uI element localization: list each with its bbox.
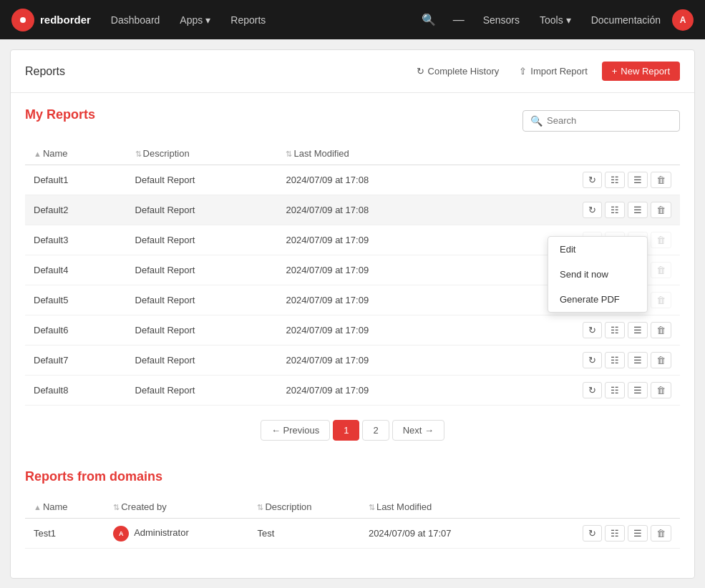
upload-icon: ⇧ (519, 66, 527, 77)
nav-apps[interactable]: Apps ▾ (171, 10, 219, 30)
cell-created-by: A Administrator (104, 519, 248, 549)
context-menu-edit[interactable]: Edit (548, 237, 647, 262)
delete-btn[interactable]: 🗑 (651, 292, 671, 308)
page-1-button[interactable]: 1 (333, 420, 359, 441)
grid-btn[interactable]: ☷ (605, 172, 625, 188)
nav-docs[interactable]: Documentación (583, 10, 669, 30)
domain-col-name[interactable]: ▲Name (25, 496, 104, 519)
nav-dashboard[interactable]: Dashboard (102, 10, 169, 30)
previous-button[interactable]: ← Previous (261, 420, 330, 441)
delete-btn[interactable]: 🗑 (651, 172, 671, 188)
pagination: ← Previous 1 2 Next → (25, 406, 680, 455)
context-menu: Edit Send it now Generate PDF (548, 236, 648, 313)
list-btn[interactable]: ☰ (628, 352, 648, 368)
complete-history-button[interactable]: ↻ Complete History (411, 63, 505, 79)
dropdown-icon-button[interactable]: ― (446, 9, 472, 31)
grid-btn[interactable]: ☷ (605, 322, 625, 338)
domain-table-header-row: ▲Name ⇅Created by ⇅Description ⇅Last Mod… (25, 496, 680, 519)
grid-btn[interactable]: ☷ (605, 202, 625, 218)
chevron-down-icon: ▾ (205, 14, 210, 26)
list-btn[interactable]: ☰ (628, 382, 648, 398)
cell-name: Default1 (25, 165, 127, 195)
chevron-down-icon: ― (453, 14, 465, 26)
delete-btn[interactable]: 🗑 (651, 202, 671, 218)
history-btn[interactable]: ↻ (583, 172, 602, 188)
nav-reports[interactable]: Reports (222, 10, 274, 30)
cell-actions: ↻ ☷ ☰ 🗑 (473, 315, 680, 346)
cell-last-modified: 2024/07/09 at 17:08 (277, 165, 472, 195)
delete-btn[interactable]: 🗑 (651, 322, 671, 338)
list-btn[interactable]: ☰ (628, 202, 648, 218)
cell-last-modified: 2024/07/09 at 17:08 (277, 195, 472, 225)
delete-btn[interactable]: 🗑 (651, 382, 671, 398)
cell-description: Default Report (127, 255, 278, 285)
action-buttons: ↻ ☷ ☰ 🗑 (482, 322, 671, 338)
col-description[interactable]: ⇅Description (127, 142, 278, 165)
list-btn[interactable]: ☰ (628, 172, 648, 188)
table-row: Default2 Default Report 2024/07/09 at 17… (25, 195, 680, 225)
action-buttons: ↻ ☷ ☰ 🗑 (482, 202, 671, 218)
domain-col-last-modified[interactable]: ⇅Last Modified (360, 496, 515, 519)
history-btn[interactable]: ↻ (583, 322, 602, 338)
cell-actions: ↻ ☷ ☰ 🗑 (515, 519, 680, 549)
cell-name: Default4 (25, 255, 127, 285)
import-report-button[interactable]: ⇧ Import Report (513, 63, 593, 79)
cell-last-modified: 2024/07/09 at 17:09 (277, 285, 472, 315)
cell-description: Default Report (127, 225, 278, 255)
context-menu-send[interactable]: Send it now (548, 262, 647, 287)
domain-col-description[interactable]: ⇅Description (248, 496, 359, 519)
header-actions: ↻ Complete History ⇧ Import Report + New… (411, 62, 680, 81)
page-title: Reports (25, 65, 411, 78)
search-input[interactable] (547, 115, 672, 126)
grid-btn[interactable]: ☷ (605, 382, 625, 398)
cell-actions: ↻ ☷ ☰ 🗑 (473, 165, 680, 195)
new-report-button[interactable]: + New Report (602, 62, 680, 81)
logo[interactable]: redborder (11, 9, 91, 31)
page-2-button[interactable]: 2 (362, 420, 389, 441)
list-btn[interactable]: ☰ (628, 525, 648, 542)
logo-icon (11, 9, 34, 31)
user-avatar-icon: A (113, 526, 129, 542)
action-buttons: ↻ ☷ ☰ 🗑 (524, 525, 671, 542)
col-last-modified[interactable]: ⇅Last Modified (277, 142, 472, 165)
cell-actions: ↻ ☷ ☰ 🗑 (473, 346, 680, 376)
delete-btn[interactable]: 🗑 (651, 525, 671, 542)
history-icon: ↻ (417, 66, 424, 77)
grid-btn[interactable]: ☷ (605, 525, 625, 542)
domain-col-created-by[interactable]: ⇅Created by (104, 496, 248, 519)
search-bar[interactable]: 🔍 (522, 110, 680, 132)
cell-description: Default Report (127, 346, 278, 376)
cell-description: Default Report (127, 285, 278, 315)
next-button[interactable]: Next → (392, 420, 444, 441)
user-avatar[interactable]: A (672, 9, 694, 31)
table-row: Test1 A Administrator Test 2024/07/09 at… (25, 519, 680, 549)
search-icon-button[interactable]: 🔍 (414, 9, 443, 31)
svg-point-1 (20, 17, 26, 23)
col-name[interactable]: ▲Name (25, 142, 127, 165)
delete-btn[interactable]: 🗑 (651, 232, 671, 248)
cell-name: Test1 (25, 519, 104, 549)
history-btn[interactable]: ↻ (583, 202, 602, 218)
grid-btn[interactable]: ☷ (605, 352, 625, 368)
history-btn[interactable]: ↻ (583, 382, 602, 398)
cell-last-modified: 2024/07/09 at 17:09 (277, 376, 472, 406)
context-menu-generate-pdf[interactable]: Generate PDF (548, 287, 647, 312)
plus-icon: + (612, 66, 618, 77)
my-reports-title: My Reports (25, 107, 95, 122)
my-reports-header: My Reports 🔍 (25, 107, 680, 134)
search-icon: 🔍 (422, 13, 436, 26)
table-row: Default6 Default Report 2024/07/09 at 17… (25, 315, 680, 346)
nav-tools[interactable]: Tools ▾ (531, 10, 580, 30)
history-btn[interactable]: ↻ (583, 525, 602, 542)
cell-description: Default Report (127, 195, 278, 225)
cell-description: Default Report (127, 376, 278, 406)
delete-btn[interactable]: 🗑 (651, 262, 671, 278)
cell-name: Default8 (25, 376, 127, 406)
list-btn[interactable]: ☰ (628, 322, 648, 338)
table-row: Default1 Default Report 2024/07/09 at 17… (25, 165, 680, 195)
delete-btn[interactable]: 🗑 (651, 352, 671, 368)
nav-sensors[interactable]: Sensors (475, 10, 528, 30)
cell-description: Default Report (127, 165, 278, 195)
history-btn[interactable]: ↻ (583, 352, 602, 368)
search-icon: 🔍 (530, 115, 543, 127)
